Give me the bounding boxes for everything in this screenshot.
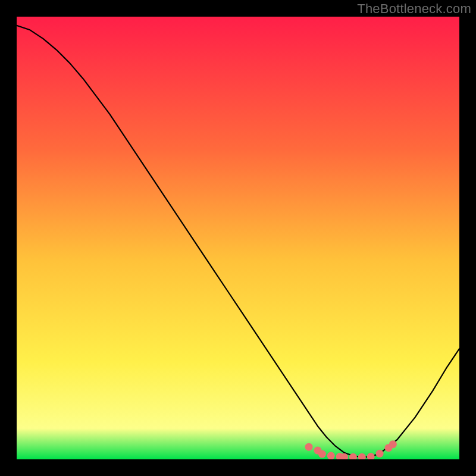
chart-svg xyxy=(17,17,459,459)
marker-point xyxy=(318,450,326,458)
gradient-background xyxy=(17,17,459,459)
plot-area xyxy=(17,17,459,459)
marker-point xyxy=(389,440,397,448)
marker-point xyxy=(376,450,384,458)
marker-point xyxy=(305,443,313,451)
watermark-text: TheBottleneck.com xyxy=(357,1,471,17)
marker-point xyxy=(327,452,335,459)
chart-frame: TheBottleneck.com xyxy=(0,0,476,476)
